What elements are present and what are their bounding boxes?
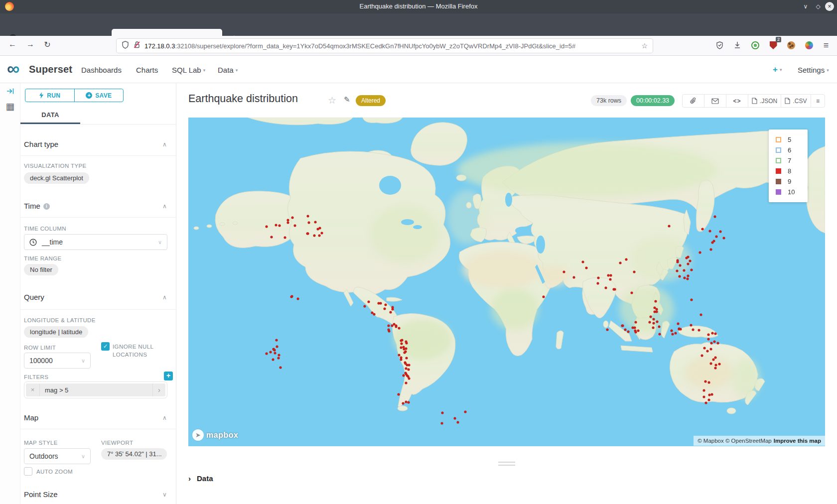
chevron-right-icon: › [188,474,191,483]
add-filter-button[interactable]: + [164,372,173,380]
time-column-select[interactable]: __time ∨ [24,234,167,250]
chevron-down-icon[interactable]: ∨ [162,491,167,498]
earthquake-point [391,324,394,327]
window-close-button[interactable]: × [825,2,834,11]
nav-settings[interactable]: Settings▾ [798,66,829,74]
chevron-up-icon[interactable]: ∧ [162,203,167,210]
map-style-select[interactable]: Outdoors ∨ [24,448,91,464]
earthquake-point [687,262,689,265]
section-point-size[interactable]: Point Size [24,490,58,499]
deckgl-map-canvas[interactable]: 5678910 ➤ mapbox © Mapbox © OpenStreetMa… [188,118,825,446]
earthquake-point [402,402,405,405]
earthquake-point [671,333,674,336]
filter-chip[interactable]: × mag > 5 › [26,383,165,396]
ignore-null-checkbox[interactable]: ✓ [101,342,110,351]
earthquake-point [385,304,387,306]
mapbox-logo[interactable]: ➤ mapbox [192,429,238,441]
legend-row: 6 [776,145,808,155]
bookmark-star-icon[interactable]: ☆ [641,42,648,50]
earthquake-point [274,352,276,355]
pinwheel-extension-icon[interactable] [803,39,815,51]
earthquake-point [405,347,408,350]
time-range-value[interactable]: No filter [24,264,58,275]
earthquake-point [291,216,294,219]
caret-down-icon: ▾ [827,68,829,73]
nav-dashboards[interactable]: Dashboards [81,66,122,74]
pocket-shield-icon[interactable] [713,39,725,51]
url-bar[interactable]: 172.18.0.3:32108/superset/explore/?form_… [117,39,653,53]
url-text: 172.18.0.3:32108/superset/explore/?form_… [144,42,575,50]
privacy-badger-icon[interactable] [749,39,761,51]
reload-button[interactable]: ↻ [41,40,54,49]
data-panel-toggle[interactable]: › Data [188,474,213,483]
earthquake-point [692,328,694,331]
embed-code-button[interactable]: <> [726,95,748,107]
section-time[interactable]: Timei [24,202,50,210]
earthquake-point [699,314,702,316]
auto-zoom-checkbox[interactable] [24,467,32,476]
run-button[interactable]: RUN [25,89,74,102]
earthquake-point [297,297,299,300]
chart-menu-button[interactable]: ≡ [811,95,825,107]
save-button[interactable]: + SAVE [75,89,124,102]
share-link-button[interactable] [683,95,704,107]
map-style-value: Outdoors [29,452,58,460]
collapse-panel-icon[interactable] [0,88,20,97]
window-maximize-button[interactable]: ◇ [814,2,823,11]
datasource-grid-icon[interactable]: ▦ [0,101,20,112]
legend-swatch-icon [776,137,781,142]
tracking-shield-icon[interactable] [122,41,129,51]
cookie-icon[interactable] [785,39,797,51]
chevron-up-icon[interactable]: ∧ [162,414,167,421]
expand-filter-icon[interactable]: › [152,383,165,396]
earthquake-point [710,363,712,365]
nav-sql-lab[interactable]: SQL Lab▾ [172,66,205,74]
remove-filter-icon[interactable]: × [26,383,40,396]
nav-add-button[interactable]: +▾ [773,65,782,75]
earthquake-point [401,339,404,341]
earthquake-point [668,225,670,227]
forward-button[interactable]: → [24,40,37,49]
downloads-icon[interactable] [731,39,743,51]
tab-data-panel[interactable]: DATA [20,107,80,123]
earthquake-point [306,233,309,235]
improve-map-link[interactable]: Improve this map [774,438,821,444]
section-query[interactable]: Query [24,293,44,301]
earthquake-point [710,342,713,345]
viewport-value[interactable]: 7° 35' 54.02" | 31... [101,448,167,460]
section-map[interactable]: Map [24,413,38,422]
altered-badge[interactable]: Altered [356,95,386,106]
earthquake-point [395,326,398,328]
earthquake-point [690,299,693,301]
chevron-up-icon[interactable]: ∧ [162,141,167,148]
row-limit-select[interactable]: 100000 ∨ [24,353,91,369]
edit-properties-icon[interactable]: ✎ [344,95,350,104]
favorite-star-icon[interactable]: ☆ [328,95,336,106]
back-button[interactable]: ← [6,40,19,49]
export-json-button[interactable]: .JSON [748,95,781,107]
earthquake-point [683,276,686,279]
earthquake-point [404,352,406,354]
ublock-icon[interactable]: 2 [767,39,779,51]
chevron-up-icon[interactable]: ∧ [162,294,167,301]
panel-resize-handle[interactable] [498,462,515,466]
insecure-lock-icon[interactable] [134,41,140,51]
earthquake-point [648,321,651,324]
earthquake-point [713,240,715,243]
lonlat-value[interactable]: longitude | latitude [24,326,88,338]
earthquake-point [652,326,654,329]
superset-wordmark[interactable]: Superset [29,64,72,75]
map-attribution: © Mapbox © OpenStreetMap Improve this ma… [694,436,825,446]
nav-data[interactable]: Data▾ [218,66,238,74]
viz-type-value[interactable]: deck.gl Scatterplot [24,172,89,184]
section-chart-type[interactable]: Chart type [24,140,58,148]
earthquake-point [405,373,407,375]
earthquake-point [597,276,600,279]
hamburger-menu-icon[interactable]: ≡ [820,39,832,51]
earthquake-point [400,359,403,361]
nav-charts[interactable]: Charts [136,66,158,74]
export-csv-button[interactable]: .CSV [781,95,811,107]
email-button[interactable] [704,95,726,107]
superset-logo-icon[interactable]: ∞ [7,60,20,78]
window-minimize-button[interactable]: ∨ [801,2,810,11]
